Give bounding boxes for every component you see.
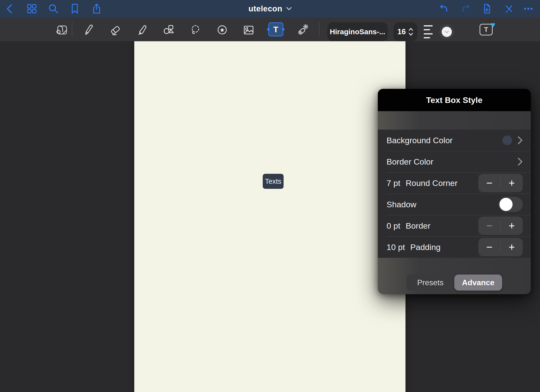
chevron-right-icon: [517, 157, 523, 166]
popover-title: Text Box Style: [426, 95, 482, 105]
advance-tab[interactable]: Advance: [454, 275, 502, 291]
toggle-knob: [499, 198, 513, 211]
padding-decrease-button[interactable]: −: [478, 242, 500, 252]
row-padding: 10 pt Padding − +: [378, 236, 531, 258]
padding-increase-button[interactable]: +: [501, 242, 523, 252]
popover-rows: Background Color Border Color 7 pt Round…: [378, 130, 531, 258]
back-chevron-icon: [4, 3, 16, 14]
canvas-textbox[interactable]: Texts: [263, 174, 284, 189]
search-icon: [48, 3, 59, 14]
row-label: Shadow: [387, 200, 416, 209]
font-size-value: 16: [397, 27, 406, 36]
image-icon: [242, 24, 255, 36]
size-stepper-icon: [408, 27, 413, 36]
text-style-glyph: T: [484, 26, 488, 33]
round-corner-stepper: − +: [478, 174, 523, 192]
pen-icon: [82, 24, 95, 36]
current-color-circle: [442, 27, 452, 37]
page-navigator-icon: [55, 24, 68, 36]
eraser-icon: [109, 24, 122, 36]
add-page-icon: [481, 3, 492, 14]
chevron-down-icon: [445, 31, 449, 33]
back-button[interactable]: [4, 3, 16, 14]
ellipsis-icon: [523, 3, 534, 14]
popover-header: Text Box Style: [378, 89, 531, 111]
undo-icon: [438, 3, 449, 14]
shadow-toggle[interactable]: [498, 197, 523, 212]
share-icon: [91, 3, 102, 14]
textbox-label: Texts: [265, 177, 281, 185]
round-corner-increase-button[interactable]: +: [501, 178, 523, 188]
heart-badge-icon: ♥: [490, 21, 495, 29]
pencil-x-icon: [503, 3, 515, 14]
shapes-icon: [162, 24, 175, 36]
canvas-page[interactable]: Texts: [134, 41, 405, 392]
row-border-color[interactable]: Border Color: [378, 151, 531, 172]
selection-handle: [282, 28, 285, 31]
top-navigation-bar: utelecon: [0, 0, 540, 17]
image-tool[interactable]: [242, 24, 255, 36]
text-box-style-button[interactable]: T ♥: [480, 24, 493, 35]
font-size-button[interactable]: 16: [394, 22, 417, 41]
selection-handle: [267, 28, 270, 31]
padding-value: 10 pt: [387, 242, 405, 252]
sticker-star-icon: [216, 24, 228, 36]
chevron-down-icon: [286, 7, 292, 10]
text-box-style-popover: Text Box Style Background Color Border C…: [378, 89, 531, 294]
highlighter-tool[interactable]: [136, 24, 149, 36]
row-round-corner: 7 pt Round Corner − +: [378, 172, 531, 194]
undo-button[interactable]: [438, 3, 449, 14]
workspace: Texts Text Box Style Background Color Bo…: [0, 41, 540, 392]
lasso-tool[interactable]: [189, 24, 202, 36]
padding-stepper: − +: [478, 238, 523, 256]
thumbnails-button[interactable]: [26, 3, 37, 14]
app-window: utelecon: [0, 0, 540, 392]
text-tool-selected[interactable]: T: [268, 22, 283, 36]
text-color-button[interactable]: [439, 24, 454, 39]
more-button[interactable]: [523, 3, 534, 14]
toolbar-separator: [319, 22, 320, 37]
text-align-button[interactable]: [424, 25, 433, 38]
background-color-swatch[interactable]: [502, 135, 512, 145]
row-label: Round Corner: [406, 178, 458, 188]
border-width-decrease-button[interactable]: −: [478, 220, 500, 231]
row-label: Border: [406, 221, 430, 231]
border-width-increase-button[interactable]: +: [501, 220, 523, 231]
popover-footer: Presets Advance: [378, 258, 531, 294]
bookmark-button[interactable]: [69, 3, 80, 14]
laser-pointer-tool[interactable]: [296, 24, 309, 36]
lasso-icon: [189, 24, 202, 36]
share-button[interactable]: [91, 3, 102, 14]
shapes-tool[interactable]: [162, 24, 175, 36]
search-button[interactable]: [48, 3, 59, 14]
font-family-button[interactable]: HiraginoSans-...: [327, 22, 388, 41]
presets-tab[interactable]: Presets: [406, 275, 454, 291]
redo-button[interactable]: [460, 3, 471, 14]
document-title-button[interactable]: utelecon: [248, 0, 292, 17]
grid-icon: [26, 3, 37, 14]
tools-toolbar: T HiraginoSans-... 16: [0, 17, 540, 41]
row-label: Padding: [410, 242, 441, 252]
redo-icon: [460, 3, 471, 14]
border-width-stepper: − +: [478, 217, 523, 235]
page-navigator-tool[interactable]: [55, 24, 68, 36]
row-border-width: 0 pt Border − +: [378, 215, 531, 236]
row-background-color[interactable]: Background Color: [378, 130, 531, 151]
document-title: utelecon: [248, 4, 282, 13]
toolbar-separator: [72, 22, 72, 37]
stickers-tool[interactable]: [216, 24, 228, 36]
bookmark-icon: [69, 3, 80, 14]
eraser-tool[interactable]: [109, 24, 122, 36]
row-shadow: Shadow: [378, 194, 531, 215]
row-label: Border Color: [387, 157, 433, 167]
add-page-button[interactable]: [481, 3, 492, 14]
round-corner-decrease-button[interactable]: −: [478, 178, 500, 188]
round-corner-value: 7 pt: [387, 178, 400, 188]
row-label: Background Color: [387, 136, 453, 145]
border-width-value: 0 pt: [387, 221, 400, 231]
laser-pointer-icon: [296, 24, 309, 36]
chevron-right-icon: [517, 136, 523, 145]
text-tool-glyph: T: [273, 25, 278, 34]
pen-tool[interactable]: [82, 24, 95, 36]
stop-editing-button[interactable]: [503, 3, 515, 14]
